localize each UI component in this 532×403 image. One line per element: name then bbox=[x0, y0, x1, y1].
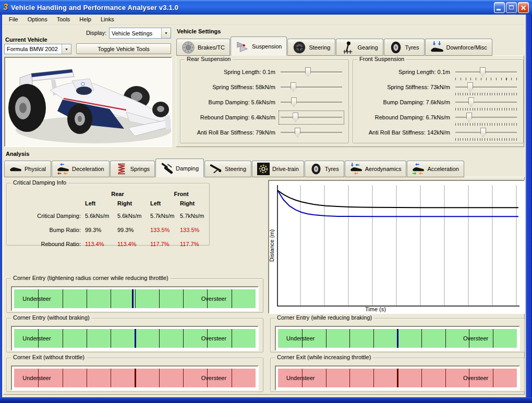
tab-label: Drive-train bbox=[272, 166, 299, 172]
analysis-tab-physical[interactable]: Physical bbox=[4, 161, 51, 177]
display-combo[interactable]: Vehicle Settings ▼ bbox=[109, 28, 171, 39]
slider-rebound-damping[interactable] bbox=[281, 113, 342, 123]
slider-track[interactable] bbox=[281, 132, 342, 134]
vehicle-combo-value: Formula BMW 2002 bbox=[7, 46, 58, 52]
vs-tab-gearing[interactable]: Gearing bbox=[336, 39, 383, 56]
col-header: Right bbox=[180, 200, 212, 206]
slider-row: Spring Stiffness: 58kN/m bbox=[183, 82, 346, 97]
slider-track[interactable] bbox=[455, 87, 517, 89]
gauge-tick bbox=[493, 369, 493, 387]
slider-spring-stiffness[interactable] bbox=[455, 82, 517, 92]
cell-value: 5.6kNs/m bbox=[85, 213, 117, 219]
window-controls bbox=[494, 2, 529, 13]
analysis-tab-acceleration[interactable]: Acceleration bbox=[407, 161, 464, 177]
gauge-tick bbox=[135, 289, 136, 308]
slider-thumb[interactable] bbox=[291, 82, 296, 92]
tab-label: Damping bbox=[176, 165, 199, 172]
gauge-frame: UndersteerOversteer bbox=[11, 365, 259, 390]
gauge-tick bbox=[159, 289, 160, 308]
slider-thumb[interactable] bbox=[468, 97, 474, 107]
slider-anti-roll-bar-stiffness[interactable] bbox=[455, 128, 517, 138]
gauge-tick bbox=[349, 369, 350, 387]
slider-rebound-damping[interactable] bbox=[455, 113, 517, 123]
vs-tab-steering[interactable]: Steering bbox=[287, 39, 335, 56]
slider-spring-length[interactable] bbox=[281, 67, 342, 77]
slider-thumb[interactable] bbox=[305, 67, 311, 77]
slider-track[interactable] bbox=[455, 102, 517, 104]
slider-track[interactable] bbox=[455, 117, 517, 119]
menu-item-help[interactable]: Help bbox=[75, 15, 96, 23]
slider-row: Bump Damping: 5.6kNs/m bbox=[183, 97, 346, 113]
slider-cell bbox=[281, 67, 346, 77]
slider-thumb[interactable] bbox=[291, 97, 297, 107]
analysis-tab-drive-train[interactable]: Drive-train bbox=[252, 161, 304, 177]
aero-arrows-icon bbox=[350, 163, 362, 175]
chevron-down-icon[interactable]: ▼ bbox=[161, 28, 171, 38]
gauge-title: Corner Exit (while increasing throttle) bbox=[275, 354, 373, 360]
vs-tab-suspension[interactable]: Suspension bbox=[231, 36, 287, 56]
slider-track[interactable] bbox=[455, 71, 517, 74]
slider-track[interactable] bbox=[281, 102, 342, 104]
gauge-tick bbox=[445, 329, 446, 348]
vs-tab-tyres[interactable]: Tyres bbox=[384, 39, 425, 56]
chevron-down-icon[interactable]: ▼ bbox=[62, 44, 71, 54]
slider-track[interactable] bbox=[281, 87, 342, 89]
analysis-tab-deceleration[interactable]: Deceleration bbox=[52, 161, 110, 177]
toggle-vehicle-tools-button[interactable]: Toggle Vehicle Tools bbox=[76, 43, 171, 54]
oversteer-label: Oversteer bbox=[201, 335, 226, 341]
gauge-tick bbox=[87, 289, 87, 308]
window-border-bottom bbox=[0, 397, 532, 403]
analysis-tab-tyres[interactable]: Tyres bbox=[305, 161, 344, 177]
gauge-title: Corner Entry (while reducing braking) bbox=[275, 314, 374, 321]
slider-thumb[interactable] bbox=[480, 128, 486, 138]
menu-item-file[interactable]: File bbox=[4, 15, 23, 23]
menu-item-tools[interactable]: Tools bbox=[52, 15, 75, 23]
analysis-tab-springs[interactable]: Springs bbox=[110, 161, 155, 177]
slider-thumb[interactable] bbox=[293, 113, 298, 123]
oversteer-label: Oversteer bbox=[201, 296, 226, 302]
gauge-tick bbox=[63, 289, 63, 308]
analysis-label: Analysis bbox=[6, 151, 29, 157]
slider-cell bbox=[281, 82, 346, 92]
restore-button[interactable] bbox=[506, 2, 517, 13]
analysis-tabstrip: PhysicalDecelerationSpringsDampingSteeri… bbox=[4, 158, 465, 177]
gauge-tick bbox=[373, 329, 374, 348]
slider-bump-damping[interactable] bbox=[281, 97, 342, 107]
slider-row: Spring Stiffness: 73kN/m bbox=[355, 82, 521, 97]
analysis-tab-damping[interactable]: Damping bbox=[155, 158, 204, 177]
slider-row: Anti Roll Bar Stiffness: 79kN/m bbox=[183, 128, 346, 143]
slider-thumb[interactable] bbox=[466, 113, 472, 123]
display-combo-value: Vehicle Settings bbox=[112, 30, 152, 36]
slider-label: Anti Roll Bar Stiffness: 142kN/m bbox=[355, 128, 455, 138]
gauge-title: Corner Entry (without braking) bbox=[11, 314, 92, 321]
menu-item-links[interactable]: Links bbox=[96, 15, 119, 23]
col-header: Left bbox=[150, 200, 180, 206]
analysis-tab-aerodynamics[interactable]: Aerodynamics bbox=[345, 161, 407, 177]
slider-track[interactable] bbox=[281, 117, 342, 119]
analysis-tab-steering[interactable]: Steering bbox=[204, 161, 251, 177]
slider-spring-length[interactable] bbox=[455, 67, 517, 77]
slider-anti-roll-bar-stiffness[interactable] bbox=[281, 128, 342, 138]
title-bar[interactable]: 3 Vehicle Handling and Performance Analy… bbox=[0, 0, 532, 15]
cell-value: 117.7% bbox=[180, 241, 212, 247]
vs-tab-brakes-tc[interactable]: Brakes/TC bbox=[176, 39, 230, 56]
tab-label: Springs bbox=[130, 166, 150, 172]
slider-thumb[interactable] bbox=[480, 67, 486, 77]
slider-bump-damping[interactable] bbox=[455, 97, 517, 107]
menu-item-options[interactable]: Options bbox=[23, 15, 52, 23]
slider-row: Bump Damping: 7.6kNs/m bbox=[355, 97, 521, 113]
slider-ticks bbox=[455, 78, 517, 80]
slider-spring-stiffness[interactable] bbox=[281, 82, 342, 92]
vehicle-combo[interactable]: Formula BMW 2002 ▼ bbox=[4, 44, 71, 54]
gauge-bar: UndersteerOversteer bbox=[14, 289, 256, 308]
slider-track[interactable] bbox=[281, 71, 342, 74]
vs-tab-downforce-misc[interactable]: Downforce/Misc bbox=[425, 39, 492, 56]
tab-label: Downforce/Misc bbox=[446, 44, 487, 51]
minimize-button[interactable] bbox=[494, 2, 505, 13]
gauge-tick bbox=[111, 289, 111, 308]
slider-thumb[interactable] bbox=[467, 82, 473, 92]
corner-exit-increasing-throttle-gauge: Corner Exit (while increasing throttle)U… bbox=[270, 358, 525, 392]
slider-thumb[interactable] bbox=[295, 128, 300, 138]
close-button[interactable] bbox=[518, 2, 529, 13]
gauge-bar: UndersteerOversteer bbox=[278, 369, 517, 387]
